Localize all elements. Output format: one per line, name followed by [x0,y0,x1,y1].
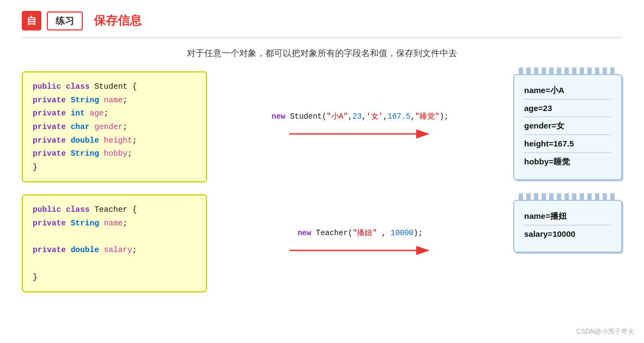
teacher-notebook: name=播妞 salary=10000 [513,200,622,253]
code-line: private String name; [33,94,196,107]
code-line: private String hobby; [33,147,196,161]
notebook-entry: name=播妞 [524,209,611,225]
code-line: private double salary; [33,243,196,257]
code-line: private int age; [33,107,196,120]
notebook-entry: salary=10000 [524,226,611,243]
code-line: private char gender; [33,120,196,134]
header: 自 练习 保存信息 [22,11,622,38]
code-line: private double height; [33,134,196,148]
notebook-entry: gender=女 [524,118,611,135]
code-line: } [33,161,196,174]
code-line [33,230,196,244]
subtitle: 对于任意一个对象，都可以把对象所有的字段名和值，保存到文件中去 [22,48,622,59]
teacher-arrow-area: new Teacher("播妞" , 10000); [207,228,513,259]
main-content: public class Student { private String na… [22,71,622,292]
watermark: CSDN@小黑子带夫 [576,327,634,336]
student-arrow-code: new Student("小A",23,'女',167.5,"睡觉"); [272,112,449,121]
code-line: public class Teacher { [33,203,196,217]
student-code-block: public class Student { private String na… [22,71,207,182]
student-row: public class Student { private String na… [22,71,622,182]
page: 自 练习 保存信息 对于任意一个对象，都可以把对象所有的字段名和值，保存到文件中… [0,0,644,343]
notebook-entry: age=23 [524,101,611,118]
code-line: public class Student { [33,80,196,94]
student-notebook: name=小A age=23 gender=女 height=167.5 hob… [513,74,622,180]
teacher-arrow-code: new Teacher("播妞" , 10000); [297,228,423,238]
code-line: private String name; [33,217,196,230]
teacher-code-block: public class Teacher { private String na… [22,194,207,292]
student-arrow-svg [284,126,436,142]
teacher-arrow-svg [284,242,436,259]
notebook-entry: hobby=睡觉 [524,154,611,170]
student-arrow-area: new Student("小A",23,'女',167.5,"睡觉"); [207,112,513,142]
code-line: } [33,271,196,284]
header-label: 练习 [47,11,83,30]
notebook-entry: height=167.5 [524,136,611,153]
code-line [33,257,196,271]
page-title: 保存信息 [94,13,142,29]
notebook-entry: name=小A [524,83,611,100]
badge-icon: 自 [22,11,41,30]
teacher-row: public class Teacher { private String na… [22,194,622,292]
